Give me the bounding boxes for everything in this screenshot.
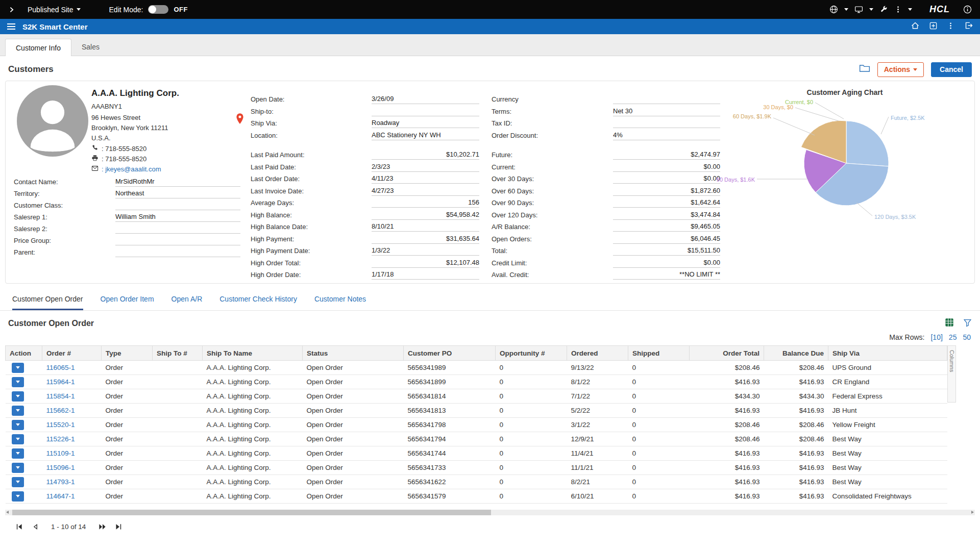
order-number-link[interactable]: 114793-1 bbox=[46, 478, 75, 486]
field-value-high-payment[interactable]: $31,635.64 bbox=[372, 234, 479, 244]
field-value-last-order-date[interactable]: 4/11/23 bbox=[372, 174, 479, 184]
order-number-link[interactable]: 115096-1 bbox=[46, 464, 75, 471]
order-number-link[interactable]: 115226-1 bbox=[46, 435, 75, 443]
col-header-status[interactable]: Status bbox=[303, 346, 404, 361]
add-window-icon[interactable] bbox=[929, 21, 938, 32]
field-value-customer-class[interactable] bbox=[115, 201, 240, 210]
home-icon[interactable] bbox=[911, 21, 920, 32]
field-value-high-payment-date[interactable]: 1/3/22 bbox=[372, 246, 479, 256]
field-value-over-90-days[interactable]: $1,642.64 bbox=[613, 198, 720, 208]
field-value-high-balance-date[interactable]: 8/10/21 bbox=[372, 222, 479, 232]
field-value-credit-limit[interactable]: $0.00 bbox=[613, 258, 720, 268]
col-header-balance-due[interactable]: Balance Due bbox=[764, 346, 828, 361]
wrench-icon[interactable] bbox=[879, 5, 888, 14]
order-number-link[interactable]: 114647-1 bbox=[46, 492, 75, 500]
last-page-icon[interactable] bbox=[115, 523, 122, 531]
horizontal-scrollbar[interactable] bbox=[5, 510, 975, 515]
field-value-open-date[interactable]: 3/26/09 bbox=[372, 94, 479, 104]
chevron-down-icon[interactable] bbox=[869, 8, 873, 11]
col-header-action[interactable]: Action bbox=[6, 346, 42, 361]
email-link[interactable]: : jkeyes@aaalit.com bbox=[102, 165, 161, 173]
max-rows-option-10[interactable]: [10] bbox=[930, 333, 942, 341]
col-header-order[interactable]: Order # bbox=[42, 346, 102, 361]
order-number-link[interactable]: 115109-1 bbox=[46, 449, 75, 457]
scroll-right-arrow[interactable] bbox=[971, 511, 974, 514]
col-header-ordered[interactable]: Ordered bbox=[567, 346, 628, 361]
globe-icon[interactable] bbox=[829, 5, 838, 14]
col-header-type[interactable]: Type bbox=[102, 346, 153, 361]
field-value-over-120-days[interactable]: $3,474.84 bbox=[613, 210, 720, 220]
row-action-button[interactable] bbox=[12, 491, 24, 502]
subtab-customer-check-history[interactable]: Customer Check History bbox=[219, 295, 297, 310]
max-rows-option-25[interactable]: 25 bbox=[949, 333, 957, 341]
info-icon[interactable] bbox=[963, 5, 972, 14]
field-value-terms[interactable]: Net 30 bbox=[613, 107, 720, 116]
row-action-button[interactable] bbox=[12, 434, 24, 444]
field-value-average-days[interactable]: 156 bbox=[372, 198, 479, 208]
field-value-ship-to[interactable] bbox=[372, 107, 479, 116]
field-value-a-r-balance[interactable]: $9,465.05 bbox=[613, 222, 720, 232]
field-value-tax-id[interactable] bbox=[613, 118, 720, 128]
col-header-customer-po[interactable]: Customer PO bbox=[404, 346, 496, 361]
row-action-button[interactable] bbox=[12, 463, 24, 473]
row-action-button[interactable] bbox=[12, 406, 24, 416]
field-value-current[interactable]: $0.00 bbox=[613, 162, 720, 172]
scroll-left-arrow[interactable] bbox=[6, 511, 9, 514]
map-pin-icon[interactable] bbox=[234, 113, 246, 127]
row-action-button[interactable] bbox=[12, 363, 24, 373]
field-value-location[interactable]: ABC Stationery NY WH bbox=[372, 131, 479, 140]
field-value-ship-via[interactable]: Roadway bbox=[372, 118, 479, 128]
field-value-open-orders[interactable]: $6,046.45 bbox=[613, 234, 720, 244]
export-excel-icon[interactable] bbox=[945, 318, 954, 329]
col-header-ship-to[interactable]: Ship To # bbox=[153, 346, 203, 361]
row-action-button[interactable] bbox=[12, 448, 24, 459]
order-number-link[interactable]: 115854-1 bbox=[46, 392, 75, 400]
row-action-button[interactable] bbox=[12, 391, 24, 402]
published-site-dropdown[interactable]: Published Site bbox=[28, 6, 81, 14]
kebab-menu-icon[interactable] bbox=[947, 22, 954, 32]
sidebar-expand-icon[interactable] bbox=[8, 6, 15, 13]
scrollbar-thumb[interactable] bbox=[12, 510, 491, 515]
prev-page-icon[interactable] bbox=[31, 523, 39, 531]
display-mode-icon[interactable] bbox=[854, 5, 863, 14]
tab-customer-info[interactable]: Customer Info bbox=[5, 39, 71, 56]
col-header-ship-to-name[interactable]: Ship To Name bbox=[203, 346, 303, 361]
next-page-icon[interactable] bbox=[98, 523, 107, 531]
filter-icon[interactable] bbox=[963, 318, 972, 329]
actions-button[interactable]: Actions bbox=[877, 62, 924, 77]
field-value-avail-credit[interactable]: **NO LIMIT ** bbox=[613, 270, 720, 280]
field-value-future[interactable]: $2,474.97 bbox=[613, 150, 720, 160]
row-action-button[interactable] bbox=[12, 420, 24, 430]
folder-icon[interactable] bbox=[859, 64, 870, 75]
subtab-open-order-item[interactable]: Open Order Item bbox=[101, 295, 154, 310]
first-page-icon[interactable] bbox=[15, 523, 23, 531]
field-value-salesrep-1[interactable]: William Smith bbox=[115, 212, 240, 222]
field-value-salesrep-2[interactable] bbox=[115, 224, 240, 234]
field-value-price-group[interactable] bbox=[115, 236, 240, 245]
edit-mode-toggle[interactable] bbox=[148, 5, 168, 14]
logout-icon[interactable] bbox=[964, 21, 973, 32]
subtab-customer-notes[interactable]: Customer Notes bbox=[314, 295, 366, 310]
subtab-customer-open-order[interactable]: Customer Open Order bbox=[12, 295, 83, 310]
field-value-over-30-days[interactable]: $0.00 bbox=[613, 174, 720, 184]
col-header-ship-via[interactable]: Ship Via bbox=[828, 346, 947, 361]
field-value-last-paid-amount[interactable]: $10,202.71 bbox=[372, 150, 479, 160]
col-header-opportunity[interactable]: Opportunity # bbox=[496, 346, 567, 361]
field-value-currency[interactable] bbox=[613, 94, 720, 104]
row-action-button[interactable] bbox=[12, 377, 24, 387]
field-value-last-invoice-date[interactable]: 4/27/23 bbox=[372, 186, 479, 196]
order-number-link[interactable]: 115964-1 bbox=[46, 378, 75, 386]
row-action-button[interactable] bbox=[12, 477, 24, 487]
max-rows-option-50[interactable]: 50 bbox=[963, 333, 971, 341]
field-value-total[interactable]: $15,511.50 bbox=[613, 246, 720, 256]
kebab-menu-icon[interactable] bbox=[894, 6, 902, 13]
hamburger-menu-icon[interactable] bbox=[7, 23, 15, 30]
field-value-high-balance[interactable]: $54,958.42 bbox=[372, 210, 479, 220]
field-value-territory[interactable]: Northeast bbox=[115, 189, 240, 198]
order-number-link[interactable]: 115662-1 bbox=[46, 407, 75, 414]
order-number-link[interactable]: 116065-1 bbox=[46, 364, 75, 371]
field-value-over-60-days[interactable]: $1,872.60 bbox=[613, 186, 720, 196]
subtab-open-a-r[interactable]: Open A/R bbox=[172, 295, 203, 310]
tab-sales[interactable]: Sales bbox=[71, 38, 110, 56]
field-value-high-order-total[interactable]: $12,107.48 bbox=[372, 258, 479, 268]
